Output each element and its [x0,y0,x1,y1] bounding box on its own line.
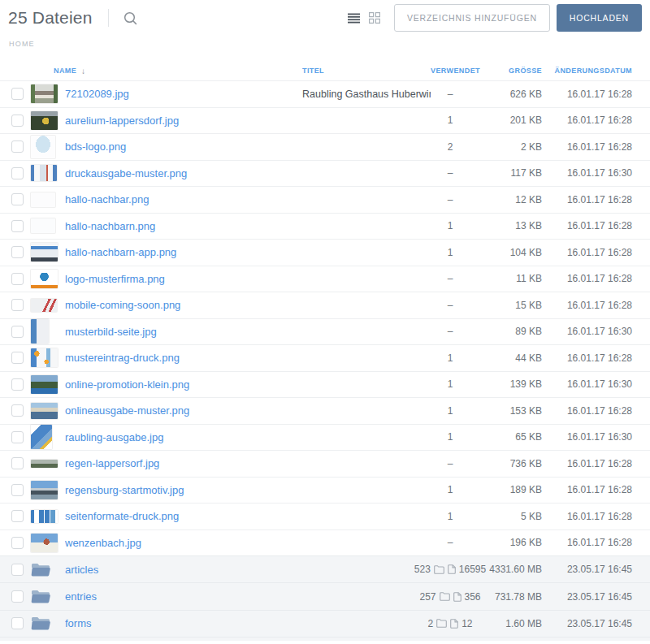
row-thumb-cell [31,299,65,312]
file-name-link[interactable]: wenzenbach.jpg [65,537,141,549]
row-checkbox[interactable] [11,193,24,205]
row-checkbox[interactable] [11,537,24,549]
row-date-cell: 16.01.17 16:28 [542,484,632,495]
file-name-link[interactable]: bds-logo.png [65,140,126,153]
row-checkbox-cell [11,617,31,629]
add-directory-button[interactable]: VERZEICHNIS HINZUFÜGEN [394,4,550,32]
row-name-cell: aurelium-lappersdorf.jpg [65,115,302,127]
table-row[interactable]: entries 257 356 731.78 MB 23.05.17 [0,582,650,609]
table-row[interactable]: druckausgabe-muster.png – 117 KB 1 [0,160,650,187]
file-name-link[interactable]: online-promotion-klein.png [65,378,189,391]
file-name-link[interactable]: articles [65,564,98,576]
file-name-link[interactable]: musterbild-seite.jpg [65,326,157,338]
row-date-cell: 16.01.17 16:28 [542,537,632,548]
table-row[interactable]: regensburg-startmotiv.jpg 1 189 KB [0,477,650,504]
row-checkbox[interactable] [11,115,24,127]
row-checkbox[interactable] [11,510,24,522]
row-checkbox[interactable] [11,590,24,603]
row-checkbox[interactable] [11,457,24,469]
row-size-cell: 89 KB [470,326,542,337]
row-checkbox[interactable] [11,404,24,417]
table-row[interactable]: forms 2 12 1.60 MB 23.05.17 16:45 [0,610,650,637]
table-row[interactable]: logo-musterfirma.png – 11 KB 16.01 [0,266,650,292]
row-thumb-cell [31,590,65,603]
toolbar: 25 Dateien VERZEICHNIS HINZUFÜGEN [0,0,650,36]
file-name-link[interactable]: logo-musterfirma.png [65,273,165,285]
row-checkbox[interactable] [11,564,24,576]
table-row[interactable]: hallo-nachbar.png – 12 KB 16.01.17 [0,186,650,213]
file-name-link[interactable]: druckausgabe-muster.png [65,167,187,179]
table-row[interactable]: onlineausgabe-muster.png 1 153 KB [0,397,650,424]
file-name-link[interactable]: entries [65,590,97,603]
column-header-used[interactable]: VERWENDET [431,67,470,75]
row-checkbox[interactable] [11,167,24,179]
column-header-title[interactable]: TITEL [302,67,431,75]
file-name-link[interactable]: raubling-ausgabe.jpg [65,431,163,443]
table-row[interactable]: 72102089.jpg Raubling Gasthaus Huberwirt… [0,80,650,107]
row-checkbox[interactable] [11,431,24,443]
row-checkbox-cell [11,220,31,232]
row-thumb-cell [31,348,65,367]
table-row[interactable]: raubling-ausgabe.jpg 1 65 KB 16.01 [0,424,650,451]
row-checkbox-cell [11,564,31,576]
row-checkbox[interactable] [11,378,24,391]
table-header: NAME ↓ TITEL VERWENDET GRÖSSE ÄNDERUNGSD… [0,61,650,80]
file-name-link[interactable]: onlineausgabe-muster.png [65,404,189,417]
used-count: 1 [448,378,453,390]
column-header-size[interactable]: GRÖSSE [470,67,542,75]
table-row[interactable]: wenzenbach.jpg – 196 KB 16.01.17 1 [0,529,650,556]
breadcrumb-home-link[interactable]: HOME [9,40,35,48]
file-name-link[interactable]: seitenformate-druck.png [65,510,179,522]
file-name-link[interactable]: aurelium-lappersdorf.jpg [65,115,179,127]
column-header-modified[interactable]: ÄNDERUNGSDATUM [542,67,632,75]
file-name-link[interactable]: regensburg-startmotiv.jpg [65,484,184,496]
row-checkbox[interactable] [11,88,24,100]
row-checkbox[interactable] [11,220,24,232]
table-row[interactable]: bds-logo.png 2 2 KB 16.01.17 16:28 [0,133,650,160]
file-title: Raubling Gasthaus Huberwirt [302,89,431,100]
table-row[interactable]: regen-lappersorf.jpg – 736 KB 16.0 [0,450,650,477]
file-name-link[interactable]: hallo-nachbarn-app.png [65,246,176,258]
row-checkbox[interactable] [11,326,24,338]
file-name-link[interactable]: hallo-nachbar.png [65,193,149,205]
table-row[interactable]: hallo-nachbarn.png 1 13 KB 16.01.1 [0,213,650,240]
row-checkbox[interactable] [11,617,24,629]
row-date-cell: 16.01.17 16:30 [542,431,632,443]
mini-folder-icon [436,619,447,628]
table-row[interactable]: seitenformate-druck.png 1 5 KB 16. [0,503,650,529]
used-count: 1 [448,220,453,231]
list-view-button[interactable] [348,13,360,24]
table-row[interactable]: mobile-coming-soon.png – 15 KB 16. [0,292,650,318]
row-checkbox[interactable] [11,484,24,496]
row-thumb-cell [31,111,65,130]
row-name-cell: raubling-ausgabe.jpg [65,431,302,443]
table-row[interactable]: online-promotion-klein.png 1 139 KB [0,371,650,398]
file-size: 11 KB [516,273,542,284]
table-row[interactable]: hallo-nachbarn-app.png 1 104 KB 16 [0,239,650,266]
file-name-link[interactable]: hallo-nachbarn.png [65,220,155,232]
column-header-name[interactable]: NAME ↓ [31,67,302,76]
row-thumb-cell [31,534,65,552]
file-name-link[interactable]: regen-lappersorf.jpg [65,457,159,469]
upload-button[interactable]: HOCHLADEN [557,4,642,32]
row-checkbox[interactable] [11,299,24,311]
row-checkbox[interactable] [11,352,24,364]
row-name-cell: hallo-nachbarn-app.png [65,246,302,258]
table-row[interactable]: musterbild-seite.jpg – 89 KB 16.01 [0,318,650,345]
table-row[interactable]: articles 523 16595 4331.60 MB 23.05 [0,555,650,582]
search-button[interactable] [123,11,138,26]
row-checkbox[interactable] [11,140,24,153]
table-row[interactable]: mustereintrag-druck.png 1 44 KB 16 [0,344,650,371]
row-checkbox[interactable] [11,273,24,285]
file-name-link[interactable]: forms [65,617,92,629]
file-name-link[interactable]: 72102089.jpg [65,88,129,100]
row-checkbox[interactable] [11,246,24,258]
file-table-body: 72102089.jpg Raubling Gasthaus Huberwirt… [0,80,650,637]
row-checkbox-cell [11,299,31,311]
row-size-cell: 117 KB [470,167,542,179]
file-size: 5 KB [521,511,542,522]
table-row[interactable]: aurelium-lappersdorf.jpg 1 201 KB [0,107,650,134]
file-name-link[interactable]: mustereintrag-druck.png [65,352,180,364]
grid-view-button[interactable] [369,12,380,24]
file-name-link[interactable]: mobile-coming-soon.png [65,299,180,311]
